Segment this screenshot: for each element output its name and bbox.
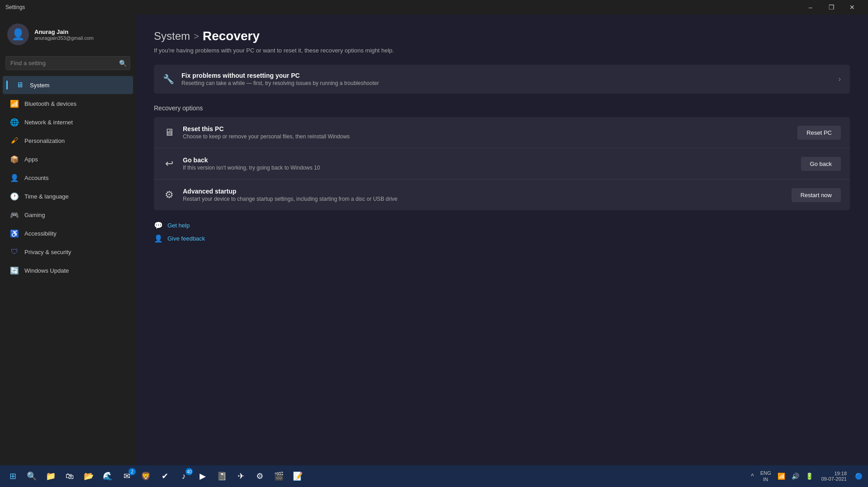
- battery-icon[interactable]: 🔋: [804, 471, 815, 482]
- taskbar-clock[interactable]: 19:18 09-07-2021: [818, 469, 850, 483]
- reset-button[interactable]: Reset PC: [797, 126, 841, 140]
- sidebar-item-personalization[interactable]: 🖌Personalization: [3, 132, 133, 150]
- sidebar-item-time[interactable]: 🕐Time & language: [3, 187, 133, 205]
- personalization-nav-icon: 🖌: [10, 136, 19, 145]
- store-taskbar-icon: 🛍: [61, 467, 79, 485]
- taskbar-app-davinci[interactable]: 🎬: [270, 467, 288, 485]
- time-nav-icon: 🕐: [10, 192, 19, 201]
- breadcrumb: System > Recovery: [154, 29, 850, 43]
- feedback-icon: 👤: [154, 234, 163, 243]
- sidebar-item-privacy[interactable]: 🛡Privacy & security: [3, 243, 133, 261]
- network-nav-icon: 🌐: [10, 118, 19, 127]
- fix-problems-desc: Resetting can take a while — first, try …: [181, 80, 831, 86]
- taskbar-app-prime[interactable]: ▶: [194, 467, 212, 485]
- taskbar-app-todo[interactable]: ✔: [156, 467, 174, 485]
- goback-button[interactable]: Go back: [801, 157, 841, 171]
- help-link-gethelp[interactable]: 💬Get help: [154, 221, 850, 230]
- user-email: anuragjain353@gmail.com: [34, 35, 94, 41]
- apps-nav-icon: 📦: [10, 155, 19, 164]
- taskbar-app-files[interactable]: 📁: [42, 467, 60, 485]
- telegram-taskbar-icon: ✈: [232, 467, 250, 485]
- sidebar-item-label-bluetooth: Bluetooth & devices: [24, 100, 76, 107]
- gethelp-label: Get help: [167, 222, 190, 229]
- reset-text: Reset this PCChoose to keep or remove yo…: [183, 125, 790, 140]
- breadcrumb-system: System: [154, 30, 190, 43]
- taskbar-app-search[interactable]: 🔍: [23, 467, 41, 485]
- titlebar-controls: – ❐ ✕: [800, 0, 863, 14]
- taskbar-app-mail[interactable]: ✉2: [118, 467, 136, 485]
- taskbar-app-telegram[interactable]: ✈: [232, 467, 250, 485]
- taskbar-app-amazon[interactable]: ♪40: [175, 467, 193, 485]
- recovery-item-reset: 🖥Reset this PCChoose to keep or remove y…: [154, 117, 850, 148]
- avatar: 👤: [7, 24, 29, 45]
- goback-title: Go back: [183, 156, 794, 164]
- taskbar-app-start[interactable]: ⊞: [4, 467, 22, 485]
- chevron-right-icon: ›: [839, 75, 841, 83]
- amazon-badge: 40: [186, 468, 193, 475]
- update-nav-icon: 🔄: [10, 266, 19, 275]
- clock-date: 09-07-2021: [821, 476, 847, 482]
- volume-icon[interactable]: 🔊: [790, 471, 801, 482]
- edge-taskbar-icon: 🌊: [99, 467, 117, 485]
- wifi-icon[interactable]: 📶: [776, 471, 787, 482]
- advanced-button[interactable]: Restart now: [792, 188, 841, 202]
- advanced-icon: ⚙: [163, 189, 176, 201]
- minimize-button[interactable]: –: [800, 0, 821, 14]
- advanced-title: Advanced startup: [183, 188, 784, 195]
- recovery-options-label: Recovery options: [154, 104, 850, 112]
- bluetooth-nav-icon: 📶: [10, 99, 19, 108]
- sidebar-item-gaming[interactable]: 🎮Gaming: [3, 206, 133, 224]
- notification-dot[interactable]: 🔵: [853, 471, 864, 482]
- help-link-feedback[interactable]: 👤Give feedback: [154, 234, 850, 243]
- files-taskbar-icon: 📁: [42, 467, 60, 485]
- sidebar-item-label-personalization: Personalization: [24, 137, 65, 144]
- sidebar-item-accessibility[interactable]: ♿Accessibility: [3, 224, 133, 242]
- search-input[interactable]: [5, 56, 130, 70]
- language-indicator[interactable]: ENGIN: [758, 469, 773, 484]
- sidebar-item-label-system: System: [30, 82, 49, 89]
- breadcrumb-sep: >: [194, 31, 199, 42]
- fix-problems-title: Fix problems without resetting your PC: [181, 72, 831, 79]
- close-button[interactable]: ✕: [842, 0, 863, 14]
- feedback-label: Give feedback: [167, 235, 205, 242]
- sidebar-item-bluetooth[interactable]: 📶Bluetooth & devices: [3, 95, 133, 113]
- search-box: 🔍: [5, 56, 130, 70]
- taskbar-app-onenote[interactable]: 📓: [213, 467, 231, 485]
- taskbar-app-edge[interactable]: 🌊: [99, 467, 117, 485]
- reset-desc: Choose to keep or remove your personal f…: [183, 133, 790, 140]
- privacy-nav-icon: 🛡: [10, 247, 19, 256]
- sidebar-item-label-accounts: Accounts: [24, 175, 48, 181]
- taskbar-app-folder[interactable]: 📂: [80, 467, 98, 485]
- user-section[interactable]: 👤 Anurag Jain anuragjain353@gmail.com: [0, 18, 136, 52]
- accessibility-nav-icon: ♿: [10, 229, 19, 238]
- sidebar-item-accounts[interactable]: 👤Accounts: [3, 169, 133, 187]
- goback-text: Go backIf this version isn't working, tr…: [183, 156, 794, 171]
- user-info: Anurag Jain anuragjain353@gmail.com: [34, 28, 94, 41]
- maximize-button[interactable]: ❐: [821, 0, 842, 14]
- user-name: Anurag Jain: [34, 28, 94, 35]
- word-taskbar-icon: 📝: [289, 467, 307, 485]
- sidebar-item-network[interactable]: 🌐Network & internet: [3, 113, 133, 131]
- sidebar-item-label-network: Network & internet: [24, 119, 73, 126]
- gaming-nav-icon: 🎮: [10, 210, 19, 219]
- fix-problems-card[interactable]: 🔧 Fix problems without resetting your PC…: [154, 65, 850, 94]
- accounts-nav-icon: 👤: [10, 173, 19, 182]
- clock-time: 19:18: [834, 471, 847, 476]
- mail-badge: 2: [129, 468, 136, 475]
- taskbar-app-settings_app[interactable]: ⚙: [251, 467, 269, 485]
- folder-taskbar-icon: 📂: [80, 467, 98, 485]
- wrench-icon: 🔧: [163, 74, 174, 85]
- expand-tray-icon[interactable]: ^: [749, 471, 756, 482]
- advanced-text: Advanced startupRestart your device to c…: [183, 188, 784, 202]
- taskbar-app-brave[interactable]: 🦁: [137, 467, 155, 485]
- page-subtitle: If you're having problems with your PC o…: [154, 47, 850, 54]
- taskbar-app-store[interactable]: 🛍: [61, 467, 79, 485]
- goback-desc: If this version isn't working, try going…: [183, 165, 794, 171]
- recovery-options-list: 🖥Reset this PCChoose to keep or remove y…: [154, 117, 850, 210]
- gethelp-icon: 💬: [154, 221, 163, 230]
- start-taskbar-icon: ⊞: [4, 467, 22, 485]
- sidebar-item-system[interactable]: 🖥System: [3, 76, 133, 94]
- sidebar-item-apps[interactable]: 📦Apps: [3, 150, 133, 168]
- taskbar-app-word[interactable]: 📝: [289, 467, 307, 485]
- sidebar-item-update[interactable]: 🔄Windows Update: [3, 261, 133, 279]
